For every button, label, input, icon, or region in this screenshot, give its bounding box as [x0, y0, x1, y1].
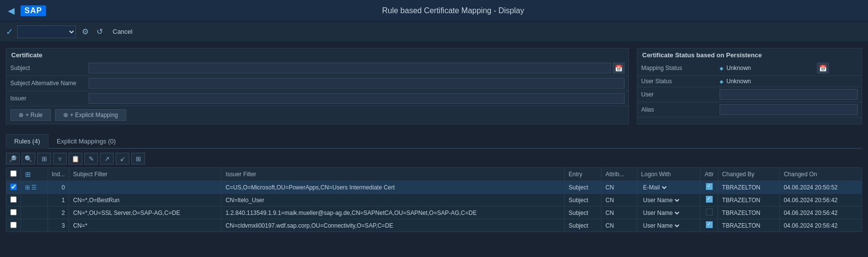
tabs-area: Rules (4) Explicit Mappings (0) — [0, 130, 868, 149]
certificate-form: Subject 📅 Subject Alternative Name Issue… — [6, 61, 628, 106]
export-button[interactable]: ↗ — [100, 153, 114, 164]
logon-with-select[interactable]: E-Mail — [641, 184, 668, 191]
header-attrib[interactable]: Attrib... — [602, 168, 637, 181]
row-grid-cell — [21, 219, 48, 232]
row-changed-by: TBRAZELTON — [718, 207, 780, 219]
logon-with-select[interactable]: User Name — [641, 222, 681, 230]
header-issuer-filter[interactable]: Issuer Filter — [221, 168, 564, 181]
import-button[interactable]: ↙ — [116, 153, 129, 164]
tab-rules[interactable]: Rules (4) — [6, 134, 48, 149]
back-button[interactable]: ◀ — [8, 5, 15, 16]
subject-label: Subject — [6, 61, 85, 76]
row-logon-with[interactable]: User Name — [637, 194, 700, 207]
mapping-status-dot: ◆ — [720, 66, 723, 71]
plus-rule-icon: ⊕ — [19, 112, 24, 118]
certificate-section: Certificate Subject 📅 Subject Alternativ… — [6, 48, 629, 124]
row-subject-filter: CN=* — [69, 219, 221, 232]
header-checkbox-col — [6, 168, 21, 181]
table-row: ⊞ ☰0C=US,O=Microsoft,OU=PowerApps,CN=Use… — [6, 181, 862, 194]
filter-button[interactable]: ▿ — [53, 153, 67, 164]
row-checkbox[interactable] — [10, 184, 17, 190]
row-attr-checkbox-cell — [700, 181, 718, 194]
status-browse-button[interactable]: 📅 — [817, 63, 829, 73]
subject-browse-button[interactable]: 📅 — [613, 63, 625, 73]
row-logon-with[interactable]: User Name — [637, 207, 700, 219]
table-header-row: ⊞ Ind... Subject Filter Issuer Filter En… — [6, 168, 862, 181]
rule-button[interactable]: ⊕ + Rule — [10, 109, 51, 121]
header-entry[interactable]: Entry — [564, 168, 601, 181]
check-button[interactable]: ✓ — [6, 26, 13, 37]
edit-button[interactable]: ✎ — [84, 153, 98, 164]
tab-explicit-mappings[interactable]: Explicit Mappings (0) — [48, 134, 124, 149]
row-subject-filter: CN=*,OU=SSL Server,O=SAP-AG,C=DE — [69, 207, 221, 219]
row-subject-filter — [69, 181, 221, 194]
row-changed-on: 04.06.2024 20:56:42 — [779, 207, 862, 219]
table-row: 3CN=*CN=cldvmxli00197.wdf.sap.corp,OU=Co… — [6, 219, 862, 232]
explicit-mapping-button[interactable]: ⊕ + Explicit Mapping — [55, 109, 126, 121]
header-changed-on[interactable]: Changed On — [779, 168, 862, 181]
subject-alt-input[interactable] — [89, 78, 625, 89]
explicit-mapping-label: + Explicit Mapping — [70, 112, 118, 118]
row-logon-with[interactable]: User Name — [637, 219, 700, 232]
logon-with-select[interactable]: User Name — [641, 209, 681, 217]
header-index[interactable]: Ind... — [48, 168, 69, 181]
user-status-label: User Status — [637, 76, 716, 87]
header-bar: ◀ SAP Rule based Certificate Mapping - D… — [0, 0, 868, 22]
row-issuer-filter: CN=cldvmxli00197.wdf.sap.corp,OU=Connect… — [221, 219, 564, 232]
user-input[interactable] — [720, 89, 858, 100]
main-content: Certificate Subject 📅 Subject Alternativ… — [0, 42, 868, 130]
user-status-row: User Status ◆ Unknown — [637, 76, 862, 87]
row-changed-on: 04.06.2024 20:50:52 — [779, 181, 862, 194]
zoom-in-button[interactable]: 🔎 — [6, 153, 20, 164]
cancel-button[interactable]: Cancel — [109, 26, 136, 37]
logon-with-select[interactable]: User Name — [641, 196, 681, 204]
table-area: 🔎 🔍 ⊞ ▿ 📋 ✎ ↗ ↙ ⊞ ⊞ Ind... Subject Filte… — [0, 149, 868, 236]
row-changed-by: TBRAZELTON — [718, 219, 780, 232]
row-index: 3 — [48, 219, 69, 232]
status-form: Mapping Status ◆ Unknown 📅 User Status ◆ — [637, 61, 862, 117]
table-row: 2CN=*,OU=SSL Server,O=SAP-AG,C=DE1.2.840… — [6, 207, 862, 219]
issuer-input[interactable] — [89, 93, 625, 104]
subject-input[interactable] — [89, 63, 611, 73]
header-changed-by[interactable]: Changed By — [718, 168, 780, 181]
attr-checked-icon[interactable] — [706, 183, 713, 190]
row-checkbox[interactable] — [10, 209, 17, 215]
row-logon-with[interactable]: E-Mail — [637, 181, 700, 194]
zoom-out-button[interactable]: 🔍 — [22, 153, 35, 164]
attr-checked-icon[interactable] — [706, 221, 713, 228]
issuer-label: Issuer — [6, 91, 85, 106]
attr-checked-icon[interactable] — [706, 196, 713, 203]
page-title: Rule based Certificate Mapping - Display — [46, 6, 860, 15]
row-attr-checkbox-cell — [700, 194, 718, 207]
row-issuer-filter: 1.2.840.113549.1.9.1=maik.mueller@sap-ag… — [221, 207, 564, 219]
header-attr[interactable]: Attr — [700, 168, 718, 181]
row-attrib: CN — [602, 207, 637, 219]
row-grid-cell — [21, 194, 48, 207]
select-all-checkbox[interactable] — [10, 170, 17, 177]
user-label: User — [637, 87, 716, 102]
layout-button[interactable]: ⊞ — [131, 153, 145, 164]
status-title: Certificate Status based on Persistence — [637, 48, 862, 61]
row-checkbox[interactable] — [10, 196, 17, 203]
subject-alt-row: Subject Alternative Name — [6, 76, 628, 91]
row-grid-cell — [21, 207, 48, 219]
row-index: 1 — [48, 194, 69, 207]
alias-input[interactable] — [720, 104, 858, 115]
row-changed-on: 04.06.2024 20:56:42 — [779, 219, 862, 232]
copy-button[interactable]: 📋 — [69, 153, 82, 164]
attr-unchecked-icon[interactable] — [706, 209, 713, 215]
settings-icon[interactable]: ⚙ — [80, 26, 91, 37]
row-checkbox[interactable] — [10, 222, 17, 228]
header-logon-with[interactable]: Logon With — [637, 168, 700, 181]
row-grid-icon: ⊞ ☰ — [25, 184, 37, 191]
mapping-status-row: Mapping Status ◆ Unknown 📅 — [637, 61, 862, 76]
row-entry: Subject — [564, 181, 601, 194]
toolbar-dropdown[interactable] — [17, 25, 76, 38]
alias-label: Alias — [637, 102, 716, 117]
header-subject-filter[interactable]: Subject Filter — [69, 168, 221, 181]
subject-alt-label: Subject Alternative Name — [6, 76, 85, 91]
tab-bar: Rules (4) Explicit Mappings (0) — [6, 134, 862, 149]
row-entry: Subject — [564, 194, 601, 207]
refresh-icon[interactable]: ↺ — [95, 26, 105, 37]
grid-button[interactable]: ⊞ — [37, 153, 51, 164]
